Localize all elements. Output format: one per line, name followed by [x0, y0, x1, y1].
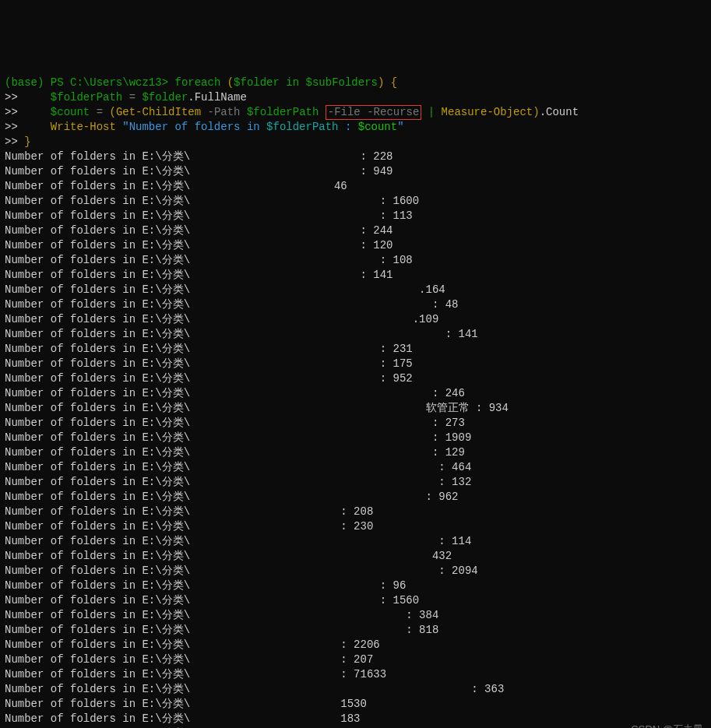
- output-line: Number of folders in E:\分类\·············…: [5, 550, 452, 562]
- output-line: Number of folders in E:\分类\·············…: [5, 446, 465, 459]
- cont-prompt: >>: [5, 106, 18, 118]
- str-q1: ": [122, 121, 128, 133]
- prompt-line-5: >> }: [5, 135, 31, 148]
- brace-close: }: [24, 135, 30, 148]
- output-line: Number of folders in E:\分类\·············…: [5, 402, 509, 414]
- cmd-writehost: Write-Host: [51, 121, 116, 133]
- output-line: Number of folders in E:\分类\·············…: [5, 372, 413, 385]
- var-subfolders: $subFolders: [306, 76, 378, 89]
- op-dot2: .: [540, 106, 546, 118]
- cont-prompt: >>: [5, 135, 18, 148]
- output-line: Number of folders in E:\分类\·············…: [5, 579, 406, 592]
- flag-file: -File: [328, 106, 361, 118]
- paren-close2: ): [533, 106, 539, 118]
- output-line: Number of folders in E:\分类\·············…: [5, 269, 393, 281]
- output-line: Number of folders in E:\分类\·············…: [5, 180, 347, 192]
- prompt-ps: PS: [51, 76, 64, 89]
- str-colon: :: [345, 121, 351, 133]
- var-folder: $folder: [234, 76, 280, 89]
- kw-foreach: foreach: [174, 76, 220, 89]
- output-line: Number of folders in E:\分类\·············…: [5, 254, 413, 266]
- prompt-line-4: >> Write-Host "Number of folders in $fol…: [5, 121, 404, 133]
- prop-count: Count: [546, 106, 579, 118]
- kw-in: in: [286, 76, 299, 89]
- output-rows: Number of folders in E:\分类\·············…: [5, 149, 706, 728]
- prompt-env: (base): [5, 76, 44, 89]
- cont-prompt: >>: [5, 121, 18, 133]
- output-line: Number of folders in E:\分类\·············…: [5, 683, 504, 695]
- paren-open2: (: [109, 106, 115, 118]
- output-line: Number of folders in E:\分类\·············…: [5, 431, 471, 444]
- watermark: CSDN @石去皿: [631, 722, 703, 728]
- output-line: Number of folders in E:\分类\·············…: [5, 698, 367, 710]
- output-line: Number of folders in E:\分类\·············…: [5, 638, 380, 651]
- output-line: Number of folders in E:\分类\·············…: [5, 520, 373, 533]
- output-line: Number of folders in E:\分类\·············…: [5, 609, 438, 621]
- prompt-path: C:\Users\wcz13: [70, 76, 162, 89]
- output-line: Number of folders in E:\分类\·············…: [5, 535, 471, 547]
- paren-close: ): [378, 76, 384, 89]
- op-eq2: =: [97, 106, 103, 118]
- cmd-gci: Get-ChildItem: [116, 106, 201, 118]
- output-line: Number of folders in E:\分类\·············…: [5, 461, 471, 473]
- output-line: Number of folders in E:\分类\·············…: [5, 239, 393, 251]
- output-line: Number of folders in E:\分类\·············…: [5, 387, 465, 399]
- output-line: Number of folders in E:\分类\·············…: [5, 624, 438, 636]
- output-line: Number of folders in E:\分类\·············…: [5, 165, 393, 178]
- output-line: Number of folders in E:\分类\·············…: [5, 417, 465, 429]
- output-line: Number of folders in E:\分类\·············…: [5, 491, 459, 503]
- output-line: Number of folders in E:\分类\·············…: [5, 195, 419, 207]
- prompt-line-2: >> $folderPath = $folder.FullName: [5, 91, 247, 104]
- output-line: Number of folders in E:\分类\·············…: [5, 594, 419, 607]
- paren-open: (: [227, 76, 234, 89]
- output-line: Number of folders in E:\分类\·············…: [5, 564, 478, 577]
- output-line: Number of folders in E:\分类\·············…: [5, 150, 393, 163]
- output-line: Number of folders in E:\分类\·············…: [5, 313, 438, 325]
- terminal-output[interactable]: (base) PS C:\Users\wcz13> foreach ($fold…: [0, 74, 711, 728]
- op-dot: .: [188, 91, 194, 104]
- brace-open: {: [391, 76, 397, 89]
- output-line: Number of folders in E:\分类\·············…: [5, 209, 413, 222]
- cmd-measure: Measure-Object: [442, 106, 533, 118]
- str-var1: $folderPath: [266, 121, 338, 133]
- output-line: Number of folders in E:\分类\·············…: [5, 283, 445, 296]
- var-folderpath: $folderPath: [51, 91, 122, 104]
- str-a: Number of folders in: [129, 121, 260, 133]
- prop-fullname: FullName: [195, 91, 247, 104]
- prompt-line-3: >> $count = (Get-ChildItem -Path $folder…: [5, 106, 579, 118]
- op-pipe: |: [428, 106, 435, 118]
- highlighted-flags: -File -Recurse: [326, 105, 422, 120]
- output-line: Number of folders in E:\分类\·············…: [5, 505, 373, 518]
- op-eq: =: [129, 91, 136, 104]
- output-line: Number of folders in E:\分类\·············…: [5, 328, 478, 340]
- output-line: Number of folders in E:\分类\·············…: [5, 224, 393, 237]
- output-line: Number of folders in E:\分类\·············…: [5, 653, 373, 666]
- var-folder2: $folder: [142, 91, 188, 104]
- output-line: Number of folders in E:\分类\·············…: [5, 668, 386, 681]
- flag-recurse: -Recurse: [367, 106, 419, 118]
- prompt-line-1: (base) PS C:\Users\wcz13> foreach ($fold…: [5, 76, 397, 89]
- flag-path: -Path: [208, 106, 241, 118]
- str-var2: $count: [358, 121, 397, 133]
- output-line: Number of folders in E:\分类\·············…: [5, 712, 361, 725]
- output-line: Number of folders in E:\分类\·············…: [5, 476, 471, 488]
- cont-prompt: >>: [5, 91, 18, 104]
- prompt-gt: >: [162, 76, 168, 89]
- var-folderpath2: $folderPath: [247, 106, 319, 118]
- output-line: Number of folders in E:\分类\·············…: [5, 343, 413, 355]
- str-q2: ": [397, 121, 403, 133]
- output-line: Number of folders in E:\分类\·············…: [5, 357, 413, 370]
- var-count: $count: [51, 106, 90, 118]
- output-line: Number of folders in E:\分类\·············…: [5, 298, 459, 311]
